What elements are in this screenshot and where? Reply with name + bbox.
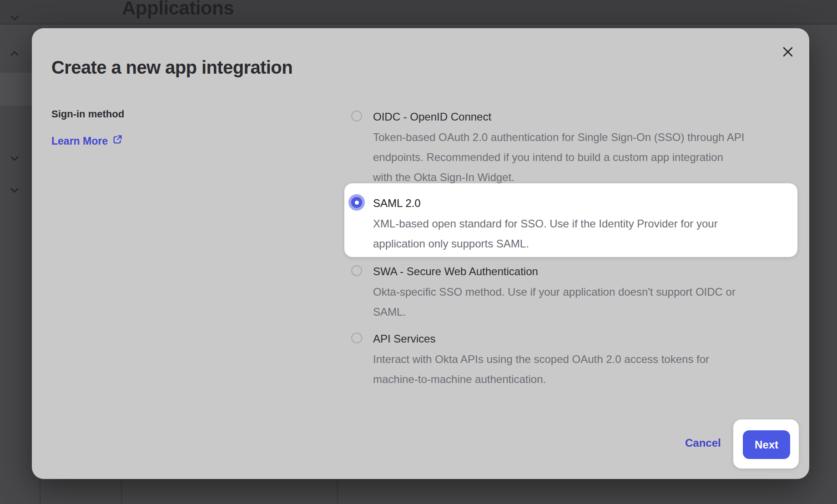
swa-radio-label[interactable]: SWA - Secure Web Authentication (373, 264, 811, 279)
oidc-radio[interactable] (351, 111, 362, 121)
table-grid-line (121, 479, 122, 504)
radio-option-api-services: API Services Interact with Okta APIs usi… (351, 331, 811, 389)
radio-option-saml: SAML 2.0 XML-based open standard for SSO… (351, 196, 811, 254)
close-icon (782, 52, 794, 59)
radio-option-oidc: OIDC - OpenID Connect Token-based OAuth … (351, 109, 811, 187)
api-services-radio-label[interactable]: API Services (373, 331, 811, 347)
create-app-integration-dialog: Create a new app integration Sign-in met… (32, 28, 809, 479)
chevron-down-icon[interactable] (9, 153, 20, 164)
oidc-radio-label[interactable]: OIDC - OpenID Connect (373, 109, 811, 125)
chevron-down-icon[interactable] (9, 185, 20, 196)
chevron-down-icon[interactable] (9, 12, 20, 23)
page-header: Applications (0, 0, 837, 25)
swa-radio[interactable] (351, 265, 362, 276)
sign-in-method-label: Sign-in method (51, 108, 124, 120)
dialog-title: Create a new app integration (51, 57, 292, 78)
api-services-radio[interactable] (351, 333, 362, 343)
oidc-description: Token-based OAuth 2.0 authentication for… (373, 127, 811, 187)
page-title: Applications (122, 0, 234, 19)
cancel-button[interactable]: Cancel (685, 437, 721, 449)
saml-radio-label[interactable]: SAML 2.0 (373, 196, 811, 211)
radio-option-swa: SWA - Secure Web Authentication Okta-spe… (351, 264, 811, 322)
learn-more-link[interactable]: Learn More (51, 135, 122, 147)
api-services-description: Interact with Okta APIs using the scoped… (373, 349, 811, 389)
swa-description: Okta-specific SSO method. Use if your ap… (373, 282, 811, 322)
saml-radio[interactable] (351, 197, 362, 208)
table-grid-line (337, 479, 338, 504)
next-button[interactable]: Next (743, 430, 790, 459)
chevron-up-icon[interactable] (9, 48, 20, 59)
saml-description: XML-based open standard for SSO. Use if … (373, 214, 811, 254)
close-button[interactable] (778, 42, 798, 62)
external-link-icon (112, 135, 122, 147)
learn-more-label: Learn More (51, 135, 108, 147)
screen: Applications Create a new app integratio… (0, 0, 837, 504)
